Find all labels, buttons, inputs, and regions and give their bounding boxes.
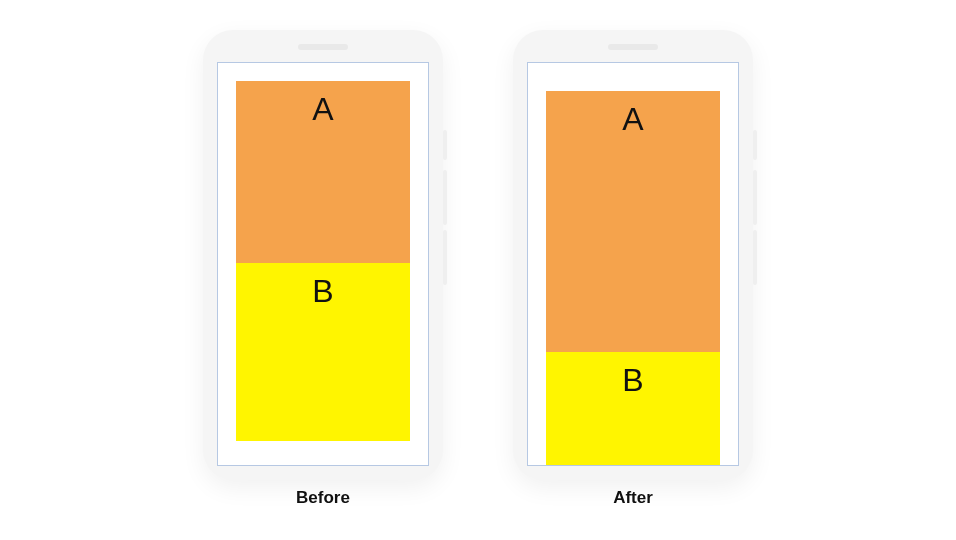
- phone-screen: A B: [527, 62, 739, 466]
- phone-mockup-before: A B: [203, 30, 443, 480]
- block-b-label: B: [312, 263, 333, 441]
- block-b-label: B: [622, 352, 643, 465]
- phone-screen: A B: [217, 62, 429, 466]
- block-b: B: [236, 263, 410, 441]
- before-caption: Before: [296, 488, 350, 508]
- after-caption: After: [613, 488, 653, 508]
- block-b: B: [546, 352, 720, 465]
- block-a: A: [546, 91, 720, 352]
- block-a-label: A: [312, 81, 333, 263]
- phone-side-button: [753, 130, 757, 160]
- phone-mockup-after: A B: [513, 30, 753, 480]
- phone-side-button: [443, 170, 447, 225]
- phone-side-button: [753, 170, 757, 225]
- diagram-stage: A B Before A B After: [0, 0, 956, 508]
- block-a-label: A: [622, 91, 643, 352]
- before-phone-group: A B Before: [203, 30, 443, 508]
- after-phone-group: A B After: [513, 30, 753, 508]
- block-a: A: [236, 81, 410, 263]
- phone-speaker: [608, 44, 658, 50]
- phone-side-button: [443, 230, 447, 285]
- phone-side-button: [753, 230, 757, 285]
- phone-speaker: [298, 44, 348, 50]
- phone-side-button: [443, 130, 447, 160]
